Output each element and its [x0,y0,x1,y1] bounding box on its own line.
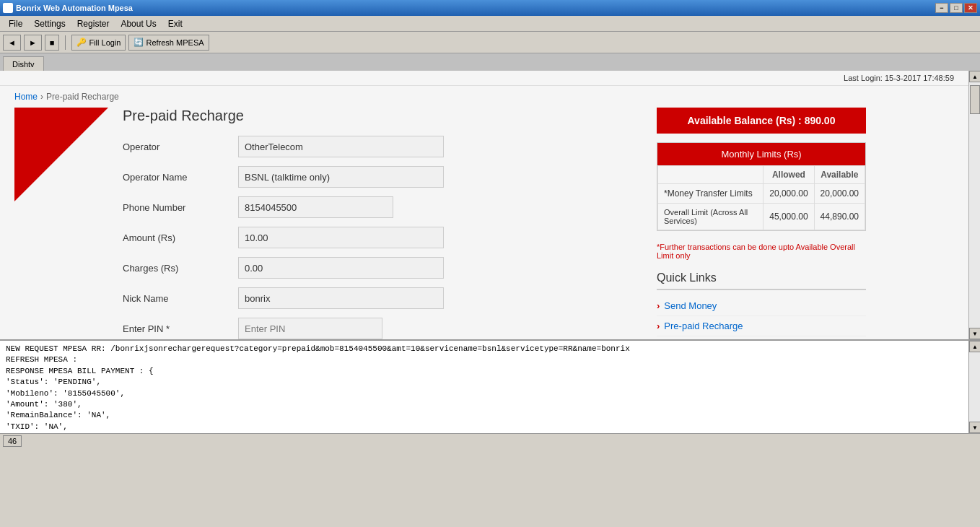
limits-table: Allowed Available *Money Transfer Limits… [657,165,865,230]
status-value: 46 [3,435,22,447]
menu-file[interactable]: File [3,17,28,30]
page-title: Pre-paid Recharge [123,108,642,124]
limits-note: *Further transactions can be done upto A… [657,240,866,263]
last-login: Last Login: 15-3-2017 17:48:59 [844,74,954,82]
form-area: Pre-paid Recharge Operator Operator Name… [123,108,642,339]
operator-label: Operator [123,141,238,152]
breadcrumb-separator: › [40,92,43,102]
log-scroll-down[interactable]: ▼ [969,422,980,433]
quick-links-title: Quick Links [657,271,866,290]
log-line-2: RESPONSE MPESA BILL PAYMENT : { [6,366,963,377]
window-controls: − □ ✕ [935,3,977,13]
minimize-button[interactable]: − [935,3,948,13]
menu-exit[interactable]: Exit [162,17,188,30]
refresh-mpesa-button[interactable]: 🔄 Refresh MPESA [128,35,209,51]
close-button[interactable]: ✕ [964,3,977,13]
form-row-amount: Amount (Rs) [123,227,642,248]
scroll-down-button[interactable]: ▼ [969,328,980,339]
arrow-icon-1: › [657,321,660,331]
col-header-available: Available [814,166,865,184]
log-line-5: 'Amount': '380', [6,399,963,410]
breadcrumb-current: Pre-paid Recharge [46,92,119,102]
arrow-icon-0: › [657,300,660,311]
log-scroll-up[interactable]: ▲ [969,341,980,352]
row-label-0: *Money Transfer Limits [658,184,764,204]
phone-label: Phone Number [123,202,238,213]
back-button[interactable]: ◄ [3,35,21,51]
amount-label: Amount (Rs) [123,232,238,243]
maximize-button[interactable]: □ [950,3,963,13]
tab-bar: Dishtv [0,53,980,71]
log-line-0: NEW REQUEST MPESA RR: /bonrixjsonrecharg… [6,344,963,354]
pin-input[interactable] [238,318,382,339]
quick-link-prepaid[interactable]: › Pre-paid Recharge [657,316,866,336]
form-row-charges: Charges (Rs) [123,257,642,279]
svg-marker-0 [14,108,108,201]
form-row-operator: Operator [123,136,642,157]
log-line-7: 'TXID': 'NA', [6,422,963,432]
menu-settings[interactable]: Settings [28,17,71,30]
log-content: NEW REQUEST MPESA RR: /bonrixjsonrecharg… [0,341,968,433]
scroll-thumb [970,85,980,114]
browser-content: Last Login: 15-3-2017 17:48:59 Home › Pr… [0,71,968,339]
log-line-4: 'Mobileno': '8155045500', [6,388,963,399]
row-available-1: 44,890.00 [814,204,865,230]
page-body: Pre-paid Recharge Operator Operator Name… [0,108,968,339]
phone-input[interactable] [238,196,393,218]
fill-login-button[interactable]: 🔑 Fill Login [71,35,126,51]
toolbar: ◄ ► ■ 🔑 Fill Login 🔄 Refresh MPESA [0,32,980,53]
monthly-limits-header: Monthly Limits (Rs) [657,143,865,165]
back-icon: ◄ [8,38,16,47]
table-row: Overall Limit (Across All Services) 45,0… [658,204,865,230]
stop-icon: ■ [50,38,55,47]
nickname-input[interactable] [238,287,444,309]
operator-name-label: Operator Name [123,172,238,183]
status-bar: 46 [0,433,980,448]
app-icon [3,3,13,13]
log-line-6: 'RemainBalance': 'NA', [6,410,963,421]
stop-button[interactable]: ■ [45,35,60,51]
scroll-track[interactable] [969,82,980,328]
log-scroll-track[interactable] [969,352,980,422]
charges-input[interactable] [238,257,444,279]
menu-bar: File Settings Register About Us Exit [0,16,980,32]
col-header-0 [658,166,764,184]
log-scrollbar: ▲ ▼ [968,341,980,433]
row-allowed-1: 45,000.00 [764,204,814,230]
info-bar: Last Login: 15-3-2017 17:48:59 [0,71,968,86]
window-title: Bonrix Web Automation Mpesa [16,4,133,12]
table-row: *Money Transfer Limits 20,000.00 20,000.… [658,184,865,204]
forward-icon: ► [29,38,37,47]
scroll-up-button[interactable]: ▲ [969,71,980,82]
monthly-limits: Monthly Limits (Rs) Allowed Available *M [657,142,866,231]
logo-triangle [14,108,108,201]
amount-input[interactable] [238,227,444,248]
pin-label: Enter PIN * [123,323,238,334]
menu-about[interactable]: About Us [115,17,162,30]
fill-login-label: Fill Login [89,38,121,47]
right-panel: Available Balance (Rs) : 890.00 Monthly … [657,108,866,339]
form-row-phone: Phone Number [123,196,642,218]
breadcrumb-home[interactable]: Home [14,92,38,102]
forward-button[interactable]: ► [24,35,42,51]
refresh-label: Refresh MPESA [146,38,204,47]
col-header-allowed: Allowed [764,166,814,184]
tab-dishtv[interactable]: Dishtv [3,56,44,71]
charges-label: Charges (Rs) [123,263,238,274]
right-scrollbar: ▲ ▼ [968,71,980,339]
row-available-0: 20,000.00 [814,184,865,204]
log-line-3: 'Status': 'PENDING', [6,377,963,388]
form-row-nickname: Nick Name [123,287,642,309]
log-line-1: REFRESH MPESA : [6,354,963,365]
logo-area [14,108,108,339]
operator-input[interactable] [238,136,444,157]
nickname-label: Nick Name [123,293,238,304]
log-line-8: 'Operator': 'idea', [6,432,963,433]
key-icon: 🔑 [76,38,87,47]
operator-name-input[interactable] [238,166,444,188]
form-row-operator-name: Operator Name [123,166,642,188]
row-label-1: Overall Limit (Across All Services) [658,204,764,230]
menu-register[interactable]: Register [71,17,115,30]
quick-link-send-money[interactable]: › Send Money [657,296,866,316]
refresh-icon: 🔄 [134,38,144,47]
